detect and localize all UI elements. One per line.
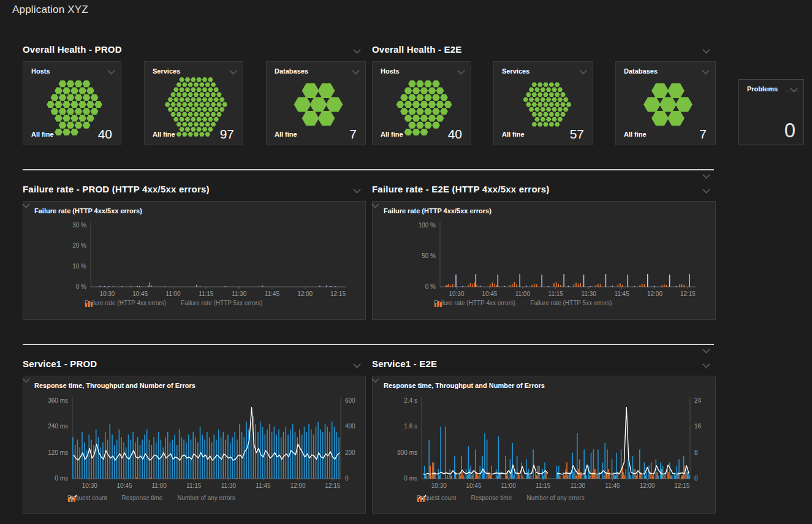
tile-label: Hosts: [381, 67, 400, 75]
healthy-hexagon: [560, 102, 566, 107]
healthy-hexagon: [534, 97, 540, 102]
healthy-hexagon: [75, 80, 83, 87]
x-axis-tick-label: 12:15: [680, 290, 696, 297]
healthy-hexagon: [537, 93, 543, 97]
healthy-hexagon: [170, 102, 176, 107]
healthy-hexagon: [63, 115, 70, 122]
x-axis-tick-label: 11:00: [165, 290, 181, 297]
healthy-hexagon: [216, 112, 222, 116]
entity-count: 97: [220, 127, 234, 142]
health-tile-databases-prod[interactable]: Databases All fine 7: [266, 61, 366, 145]
healthy-hexagon: [213, 117, 219, 121]
bar-series: [446, 282, 685, 287]
chevron-down-icon[interactable]: [353, 360, 361, 368]
y-axis-tick-label: 50 %: [422, 253, 436, 259]
healthy-hexagon: [185, 97, 191, 102]
healthy-hexagon: [194, 112, 199, 116]
healthy-hexagon: [86, 101, 94, 108]
healthy-hexagon: [532, 102, 537, 107]
healthy-hexagon: [555, 93, 560, 97]
healthy-hexagon: [211, 102, 216, 107]
healthy-hexagon: [412, 115, 420, 122]
x-axis-tick-label: 11:15: [548, 290, 564, 297]
healthy-hexagon: [543, 82, 548, 86]
healthy-hexagon: [546, 107, 552, 112]
healthy-hexagon: [67, 108, 75, 115]
healthy-hexagon: [194, 122, 199, 126]
x-axis-tick-label: 10:30: [82, 482, 97, 489]
healthy-hexagon: [428, 88, 436, 94]
legend-item[interactable]: Response time: [122, 495, 163, 501]
x-axis-tick-label: 11:00: [501, 482, 516, 489]
healthy-hexagon: [176, 102, 182, 107]
legend-item[interactable]: Response time: [471, 495, 512, 501]
legend-item[interactable]: Failure rate (HTTP 5xx errors): [530, 300, 612, 306]
tile-label: Services: [153, 67, 180, 75]
bar-series: [447, 274, 690, 287]
chevron-down-icon[interactable]: [702, 360, 710, 368]
legend-item[interactable]: Failure rate (HTTP 4xx errors): [434, 300, 515, 306]
health-tile-services-e2e[interactable]: Services All fine 57: [493, 61, 593, 145]
y-axis-tick-label: 100 %: [419, 222, 436, 229]
x-axis-tick-label: 11:15: [186, 482, 202, 489]
healthy-hexagon: [47, 101, 55, 108]
chevron-down-icon[interactable]: [702, 46, 710, 54]
legend-label: Response time: [122, 495, 163, 501]
entity-count: 57: [570, 127, 584, 142]
chevron-down-icon[interactable]: [702, 186, 710, 194]
chevron-down-icon[interactable]: [702, 171, 710, 179]
healthy-hexagon: [196, 107, 202, 112]
bar-series-icon: [85, 300, 94, 307]
healthy-hexagon: [549, 112, 555, 116]
section-failure-e2e: Failure rate - E2E (HTTP 4xx/5xx errors): [372, 184, 550, 194]
chevron-down-icon[interactable]: [702, 346, 710, 354]
problems-tile[interactable]: Problems 0: [738, 79, 804, 145]
healthy-hexagon: [436, 115, 444, 122]
healthy-hexagon: [404, 129, 412, 135]
healthy-hexagon: [216, 93, 222, 97]
healthy-hexagon: [199, 112, 205, 116]
healthy-hexagon: [165, 102, 170, 107]
x-axis-tick-label: 10:45: [482, 290, 497, 297]
dashboard-title: Application XYZ: [12, 4, 88, 16]
section-service1-e2e: Service1 - E2E: [372, 359, 437, 369]
healthy-hexagon: [196, 117, 202, 121]
legend-item[interactable]: Failure rate (HTTP 5xx errors): [181, 300, 262, 306]
healthy-hexagon: [541, 97, 546, 102]
legend-item[interactable]: Number of any errors: [526, 495, 584, 501]
healthy-hexagon: [208, 107, 213, 112]
healthy-hexagon: [173, 117, 179, 121]
healthy-hexagon: [202, 107, 208, 112]
healthy-hexagon: [424, 94, 432, 101]
service1-e2e-chart[interactable]: Response time, Throughput and Number of …: [372, 376, 716, 514]
legend-item[interactable]: Number of any errors: [177, 495, 235, 501]
healthy-hexagon: [555, 102, 560, 107]
healthy-hexagon: [416, 108, 424, 115]
failure-rate-e2e-chart[interactable]: Failure rate (HTTP 4xx/5xx errors) 100 %…: [372, 201, 716, 320]
dashboard: Application XYZ Overall Health - PROD Ov…: [0, 0, 812, 524]
health-tile-services-prod[interactable]: Services All fine 97: [144, 61, 243, 145]
y-axis-right-tick-label: 8: [694, 449, 698, 456]
healthy-hexagon: [529, 107, 534, 112]
y-axis-tick-label: 240 ms: [48, 423, 68, 430]
healthy-hexagon: [176, 93, 182, 97]
healthy-hexagon: [667, 111, 685, 126]
x-axis-tick-label: 11:45: [265, 290, 280, 297]
chevron-down-icon[interactable]: [353, 46, 361, 54]
legend-item[interactable]: Failure rate (HTTP 4xx errors): [85, 300, 166, 306]
bar-series-icon: [67, 495, 77, 502]
healthy-hexagon: [185, 77, 191, 82]
healthy-hexagon: [179, 127, 184, 131]
healthy-hexagon: [211, 112, 216, 116]
health-tile-hosts-prod[interactable]: Hosts All fine 40: [23, 61, 121, 145]
healthy-hexagon: [404, 101, 412, 108]
health-tile-hosts-e2e[interactable]: Hosts All fine 40: [372, 61, 471, 145]
healthy-hexagon: [543, 93, 548, 97]
healthy-hexagon: [179, 97, 184, 102]
healthy-hexagon: [549, 93, 555, 97]
service1-prod-chart[interactable]: Response time, Throughput and Number of …: [23, 376, 366, 514]
health-tile-databases-e2e[interactable]: Databases All fine 7: [615, 61, 716, 145]
failure-rate-prod-chart[interactable]: Failure rate (HTTP 4xx/5xx errors) 30 %2…: [23, 201, 366, 320]
chevron-down-icon[interactable]: [353, 186, 361, 194]
healthy-hexagon: [205, 93, 210, 97]
